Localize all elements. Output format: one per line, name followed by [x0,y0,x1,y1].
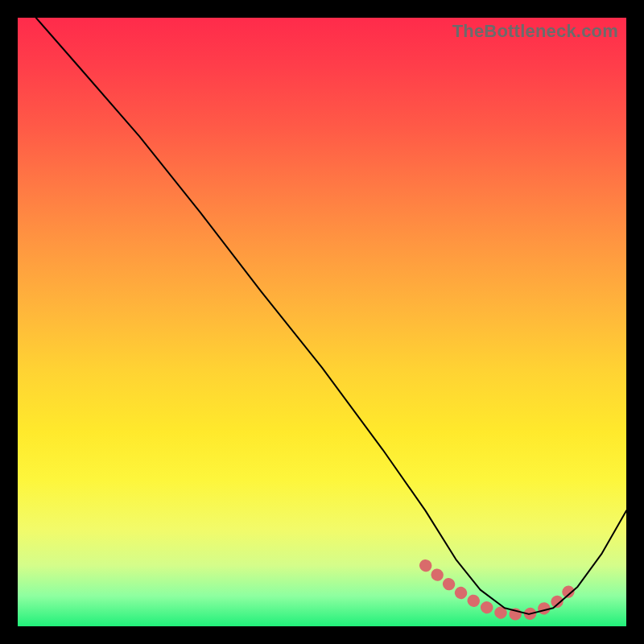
chart-frame: TheBottleneck.com [0,0,644,644]
chart-overlay [18,18,626,626]
bottleneck-curve [36,18,626,614]
watermark-label: TheBottleneck.com [452,21,618,42]
trough-highlight [426,565,578,614]
plot-area: TheBottleneck.com [18,18,626,626]
